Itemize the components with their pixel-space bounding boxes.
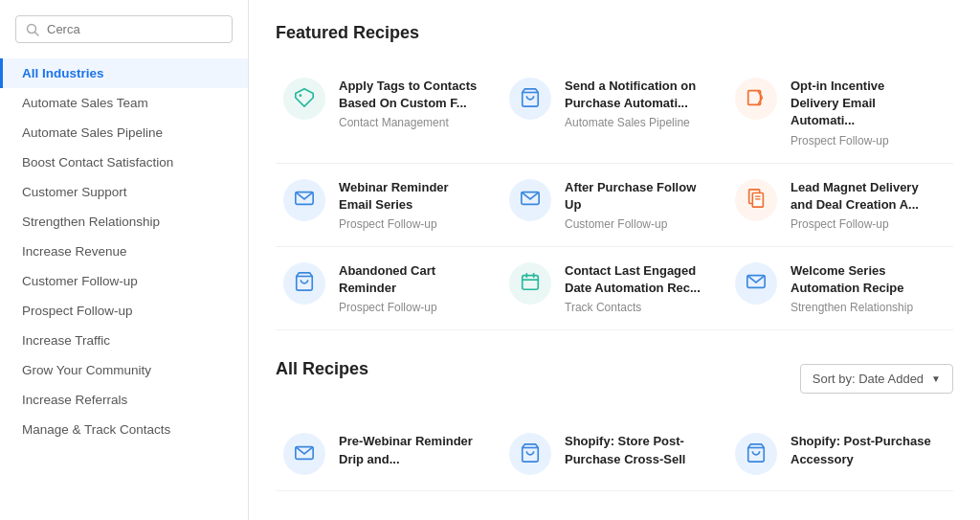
search-box[interactable] [15,15,233,43]
recipe-info: Apply Tags to Contacts Based On Custom F… [339,78,482,129]
recipe-icon-wrap [283,179,325,221]
cart-icon [520,87,541,111]
recipe-category: Contact Management [339,116,482,129]
recipe-card[interactable]: Opt-in Incentive Delivery Email Automati… [727,62,953,164]
sidebar-item-prospect-follow-up[interactable]: Prospect Follow-up [0,296,248,326]
recipe-card[interactable]: Contact Last Engaged Date Automation Rec… [501,247,727,330]
email-icon [746,271,767,295]
all-recipes-title: All Recipes [276,359,368,379]
recipe-category: Track Contacts [565,301,708,314]
recipe-name: Shopify: Post-Purchase Accessory [791,433,934,467]
recipe-icon-wrap [735,433,777,475]
recipe-name: Pre-Webinar Reminder Drip and... [339,433,482,467]
recipe-info: Welcome Series Automation Recipe Strengt… [791,262,934,314]
recipe-card[interactable]: Welcome Series Automation Recipe Strengt… [727,247,953,330]
email-icon [520,188,541,212]
all-recipe-card[interactable]: Shopify: Post-Purchase Accessory [727,418,953,491]
recipe-card[interactable]: Abandoned Cart Reminder Prospect Follow-… [276,247,501,330]
featured-title: Featured Recipes [276,23,953,43]
sidebar-nav: All IndustriesAutomate Sales TeamAutomat… [0,58,248,505]
recipe-category: Strengthen Relationship [791,301,934,314]
tag-icon [294,87,315,111]
recipe-name: Opt-in Incentive Delivery Email Automati… [791,78,934,130]
calendar-icon [520,271,541,295]
recipe-category: Automate Sales Pipeline [565,116,708,129]
email-icon [294,442,315,466]
recipe-category: Prospect Follow-up [339,217,482,231]
sort-dropdown[interactable]: Sort by: Date Added ▼ [800,364,953,394]
recipe-name: Contact Last Engaged Date Automation Rec… [565,262,708,297]
sidebar-item-increase-revenue[interactable]: Increase Revenue [0,237,248,266]
recipe-info: Abandoned Cart Reminder Prospect Follow-… [339,262,482,314]
recipe-name: After Purchase Follow Up [565,179,708,214]
sidebar-item-customer-follow-up[interactable]: Customer Follow-up [0,266,248,296]
recipe-name: Shopify: Store Post-Purchase Cross-Sell [565,433,708,467]
recipe-icon-wrap [735,179,777,221]
sidebar-item-increase-traffic[interactable]: Increase Traffic [0,326,248,355]
recipe-name: Abandoned Cart Reminder [339,262,482,297]
recipe-icon-wrap [509,433,551,475]
cart-icon [294,271,315,295]
recipe-name: Send a Notification on Purchase Automati… [565,78,708,112]
main-content: Featured Recipes Apply Tags to Contacts … [249,0,980,520]
recipe-info: After Purchase Follow Up Customer Follow… [565,179,708,231]
all-recipes-header: All Recipes Sort by: Date Added ▼ [276,359,953,398]
sidebar-item-boost-contact-satisfaction[interactable]: Boost Contact Satisfaction [0,147,248,177]
sidebar-item-automate-sales-pipeline[interactable]: Automate Sales Pipeline [0,118,248,147]
recipe-category: Customer Follow-up [565,217,708,231]
svg-rect-8 [752,193,763,208]
recipe-info: Shopify: Post-Purchase Accessory [791,433,934,471]
recipe-name: Lead Magnet Delivery and Deal Creation A… [791,179,934,214]
arrow-right-icon [746,87,767,111]
sidebar-item-increase-referrals[interactable]: Increase Referrals [0,385,248,415]
email-icon [294,188,315,212]
featured-recipes-grid: Apply Tags to Contacts Based On Custom F… [276,62,953,330]
all-recipe-card[interactable]: Shopify: Store Post-Purchase Cross-Sell [501,418,727,491]
document-icon [746,188,767,212]
recipe-icon-wrap [283,433,325,475]
svg-line-1 [35,32,39,35]
sidebar-item-strengthen-relationship[interactable]: Strengthen Relationship [0,207,248,237]
recipe-icon-wrap [509,262,551,305]
recipe-category: Prospect Follow-up [339,301,482,314]
svg-point-2 [300,94,302,97]
recipe-card[interactable]: Lead Magnet Delivery and Deal Creation A… [727,164,953,247]
search-wrapper [0,15,248,58]
svg-rect-12 [523,276,539,290]
all-recipe-card[interactable]: Pre-Webinar Reminder Drip and... [276,418,501,491]
chevron-down-icon: ▼ [931,373,941,384]
recipe-info: Webinar Reminder Email Series Prospect F… [339,179,482,231]
recipe-info: Pre-Webinar Reminder Drip and... [339,433,482,471]
sidebar: All IndustriesAutomate Sales TeamAutomat… [0,0,249,520]
sidebar-item-customer-support[interactable]: Customer Support [0,177,248,207]
recipe-icon-wrap [283,78,325,120]
recipe-info: Send a Notification on Purchase Automati… [565,78,708,129]
sidebar-item-automate-sales-team[interactable]: Automate Sales Team [0,88,248,118]
recipe-category: Prospect Follow-up [791,134,934,147]
sidebar-item-manage-track-contacts[interactable]: Manage & Track Contacts [0,415,248,444]
recipe-info: Contact Last Engaged Date Automation Rec… [565,262,708,314]
cart-icon [520,442,541,466]
recipe-name: Webinar Reminder Email Series [339,179,482,214]
search-input[interactable] [47,22,222,36]
recipe-card[interactable]: Apply Tags to Contacts Based On Custom F… [276,62,501,164]
recipe-icon-wrap [735,78,777,120]
sort-label: Sort by: Date Added [813,372,924,386]
recipe-name: Apply Tags to Contacts Based On Custom F… [339,78,482,112]
all-recipes-grid: Pre-Webinar Reminder Drip and... Shopify… [276,418,953,491]
recipe-info: Opt-in Incentive Delivery Email Automati… [791,78,934,147]
recipe-card[interactable]: After Purchase Follow Up Customer Follow… [501,164,727,247]
recipe-info: Lead Magnet Delivery and Deal Creation A… [791,179,934,231]
recipe-card[interactable]: Send a Notification on Purchase Automati… [501,62,727,164]
recipe-info: Shopify: Store Post-Purchase Cross-Sell [565,433,708,471]
recipe-icon-wrap [283,262,325,305]
recipe-icon-wrap [735,262,777,305]
search-icon [26,23,39,36]
sidebar-item-all-industries[interactable]: All Industries [0,58,248,88]
sidebar-item-grow-your-community[interactable]: Grow Your Community [0,355,248,385]
recipe-name: Welcome Series Automation Recipe [791,262,934,297]
recipe-icon-wrap [509,78,551,120]
cart-icon [746,442,767,466]
recipe-card[interactable]: Webinar Reminder Email Series Prospect F… [276,164,501,247]
recipe-category: Prospect Follow-up [791,217,934,231]
